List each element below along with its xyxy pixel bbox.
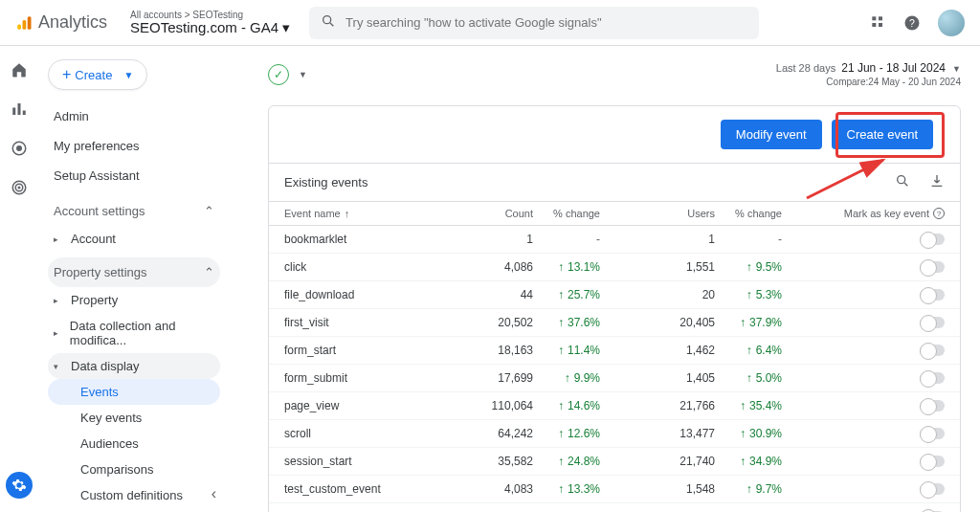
event-name-cell: page_view	[284, 399, 476, 412]
advertising-icon[interactable]	[11, 179, 28, 199]
key-event-toggle[interactable]	[920, 261, 945, 273]
svg-rect-7	[872, 23, 876, 27]
collapse-sidebar-icon[interactable]: ‹	[212, 485, 216, 502]
svg-point-18	[18, 187, 20, 189]
sidebar-item-setup-assistant[interactable]: Setup Assistant	[48, 161, 220, 190]
triangle-right-icon: ▸	[54, 296, 63, 305]
sidebar-item-account[interactable]: ▸Account	[48, 226, 220, 252]
table-body: bookmarklet1-1-click4,086↑13.1%1,551↑9.5…	[269, 226, 960, 512]
svg-rect-5	[872, 16, 876, 20]
key-event-toggle[interactable]	[920, 345, 945, 356]
mark-key-cell	[782, 234, 945, 245]
table-search-icon[interactable]	[895, 173, 910, 191]
account-property-picker[interactable]: All accounts > SEOTesting SEOTesting.com…	[130, 10, 290, 36]
change1-cell: ↑9.9%	[533, 371, 600, 385]
mark-key-cell	[782, 317, 945, 328]
property-settings-header[interactable]: Property settings ⌃	[48, 257, 220, 287]
key-event-toggle[interactable]	[920, 456, 945, 467]
data-collection-label: Data collection and modifica...	[70, 319, 216, 347]
key-event-toggle[interactable]	[920, 234, 945, 245]
table-row[interactable]: form_start18,163↑11.4%1,462↑6.4%	[269, 337, 960, 365]
users-cell: 13,477	[600, 427, 715, 440]
change2-cell: ↑5.3%	[715, 288, 782, 301]
product-logo[interactable]: Analytics	[15, 12, 107, 33]
sidebar-item-data-display[interactable]: ▾Data display	[48, 353, 220, 379]
key-event-toggle[interactable]	[920, 289, 945, 301]
key-event-toggle[interactable]	[920, 428, 945, 439]
col-change-1[interactable]: % change	[533, 208, 600, 219]
account-settings-header[interactable]: Account settings ⌃	[48, 196, 220, 226]
main-content: ✓ ▼ Last 28 days 21 Jun - 18 Jul 2024 ▼ …	[230, 46, 980, 512]
search-input[interactable]	[345, 15, 747, 30]
create-event-button[interactable]: Create event	[832, 120, 933, 149]
key-event-toggle[interactable]	[920, 400, 945, 412]
sidebar-item-custom-definitions[interactable]: Custom definitions	[48, 482, 220, 508]
triangle-right-icon: ▸	[54, 234, 63, 244]
sidebar-item-audiences[interactable]: Audiences	[48, 431, 220, 456]
events-card: Modify event Create event Existing event…	[268, 105, 961, 512]
key-event-toggle[interactable]	[920, 317, 945, 328]
svg-rect-12	[18, 103, 21, 115]
svg-rect-1	[23, 20, 27, 30]
sidebar-item-comparisons[interactable]: Comparisons	[48, 456, 220, 482]
apps-icon[interactable]	[871, 15, 886, 31]
sidebar-item-admin[interactable]: Admin	[48, 101, 220, 131]
col-count[interactable]: Count	[476, 208, 533, 219]
check-icon: ✓	[268, 64, 289, 85]
sidebar-item-data-collection[interactable]: ▸Data collection and modifica...	[48, 313, 220, 353]
users-cell: 21,740	[600, 455, 715, 468]
help-icon[interactable]: ?	[903, 14, 921, 32]
table-row[interactable]: form_submit17,699↑9.9%1,405↑5.0%	[269, 365, 960, 392]
home-icon[interactable]	[11, 61, 28, 81]
col-users[interactable]: Users	[600, 208, 715, 219]
change1-cell: ↑13.1%	[533, 260, 600, 274]
status-check-dropdown[interactable]: ✓ ▼	[268, 64, 307, 85]
triangle-down-icon: ▾	[54, 362, 63, 371]
svg-rect-6	[879, 16, 882, 20]
table-row[interactable]: bookmarklet1-1-	[269, 226, 960, 254]
date-range-picker[interactable]: Last 28 days 21 Jun - 18 Jul 2024 ▼ Comp…	[776, 60, 961, 90]
event-name-cell: test_custom_event	[284, 482, 476, 496]
mark-key-cell	[782, 261, 945, 273]
mark-key-cell	[782, 289, 945, 301]
sidebar-item-preferences[interactable]: My preferences	[48, 131, 220, 161]
col-event-name[interactable]: Event name↑	[284, 208, 476, 219]
sidebar-item-property[interactable]: ▸Property	[48, 287, 220, 313]
caret-down-icon: ▼	[123, 70, 133, 80]
top-header: Analytics All accounts > SEOTesting SEOT…	[0, 0, 980, 46]
col-change-2[interactable]: % change	[715, 208, 782, 219]
change1-cell: ↑37.6%	[533, 316, 600, 329]
change1-cell: ↑14.6%	[533, 399, 600, 412]
table-row[interactable]: video_complete1-1-	[269, 503, 960, 512]
table-row[interactable]: session_start35,582↑24.8%21,740↑34.9%	[269, 448, 960, 476]
user-avatar[interactable]	[938, 10, 965, 36]
event-name-cell: form_start	[284, 344, 476, 357]
sidebar-item-events[interactable]: Events	[48, 379, 220, 405]
table-row[interactable]: file_download44↑25.7%20↑5.3%	[269, 281, 960, 309]
col-mark-key: Mark as key event?	[782, 208, 945, 219]
download-icon[interactable]	[929, 173, 945, 191]
table-row[interactable]: scroll64,242↑12.6%13,477↑30.9%	[269, 420, 960, 448]
table-row[interactable]: test_custom_event4,083↑13.3%1,548↑9.7%	[269, 476, 960, 503]
svg-point-20	[898, 176, 905, 184]
sidebar-item-key-events[interactable]: Key events	[48, 405, 220, 431]
date-range-compare: Compare:24 May - 20 Jun 2024	[776, 76, 961, 89]
admin-gear-icon[interactable]	[6, 472, 33, 499]
sort-asc-icon: ↑	[345, 208, 350, 219]
search-bar[interactable]	[309, 7, 759, 39]
account-settings-label: Account settings	[54, 204, 145, 218]
key-event-toggle[interactable]	[920, 372, 945, 384]
create-button[interactable]: + Create ▼	[48, 59, 147, 90]
reports-icon[interactable]	[11, 100, 28, 121]
table-row[interactable]: page_view110,064↑14.6%21,766↑35.4%	[269, 392, 960, 420]
help-tooltip-icon[interactable]: ?	[933, 208, 945, 219]
table-row[interactable]: first_visit20,502↑37.6%20,405↑37.9%	[269, 309, 960, 337]
modify-event-button[interactable]: Modify event	[721, 120, 822, 149]
count-cell: 35,582	[476, 455, 533, 468]
users-cell: 1	[600, 233, 715, 246]
explore-icon[interactable]	[11, 140, 28, 160]
sidebar-item-channel-groups[interactable]: Channel groups	[48, 508, 220, 512]
table-row[interactable]: click4,086↑13.1%1,551↑9.5%	[269, 254, 960, 281]
count-cell: 44	[476, 288, 533, 301]
key-event-toggle[interactable]	[920, 483, 945, 495]
